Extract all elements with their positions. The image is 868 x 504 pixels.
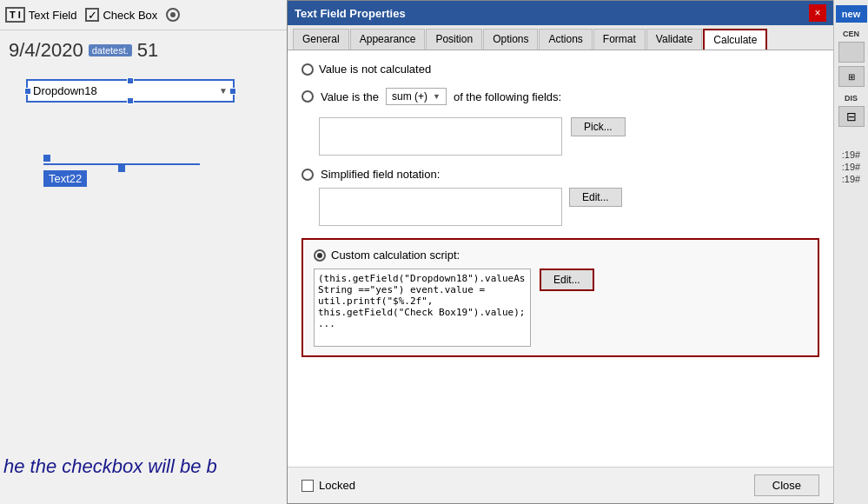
new-button[interactable]: new (836, 5, 867, 23)
date-field: 9/4/2020 datetest. 51 (9, 39, 278, 62)
dialog-tabs: General Appearance Position Options Acti… (288, 25, 833, 50)
dialog-footer: Locked Close (288, 467, 833, 503)
simplified-field-area (319, 188, 562, 226)
canvas-area: 9/4/2020 datetest. 51 Dropdown18 ▼ Tex (0, 30, 287, 194)
radio-value-is-label: Value is the (321, 90, 379, 103)
cen-btn2[interactable]: ⊞ (838, 66, 865, 87)
radio-simplified-label: Simplified field notation: (321, 168, 440, 181)
text-field-tool[interactable]: T I Text Field (5, 7, 76, 23)
tab-appearance[interactable]: Appearance (350, 29, 426, 50)
sum-dropdown-arrow-icon: ▼ (433, 92, 441, 101)
radio-custom[interactable] (314, 249, 326, 262)
locked-row: Locked (301, 479, 355, 492)
custom-calc-box: Custom calculation script: (this.getFiel… (301, 238, 819, 357)
edit-simplified-button[interactable]: Edit... (569, 188, 622, 207)
text-field-row: Text22 (26, 129, 200, 185)
sum-dropdown[interactable]: sum (+) ▼ (386, 88, 447, 105)
simplified-area-row: Edit... (319, 188, 819, 226)
sum-option: sum (+) (392, 90, 427, 103)
dis-label: DIS (845, 94, 858, 103)
dropdown-label: Dropdown18 (33, 84, 97, 97)
dropdown-arrow-icon: ▼ (219, 86, 228, 96)
text-field-label: Text Field (29, 9, 77, 22)
bottom-text: he the checkbox will be b (0, 455, 217, 478)
simplified-row: Simplified field notation: (301, 168, 819, 181)
handle-bottom (127, 97, 134, 104)
left-panel: T I Text Field ✓ Check Box 9/4/2020 date… (0, 0, 287, 504)
dialog-title: Text Field Properties (295, 7, 406, 20)
radio-not-calculated[interactable] (301, 63, 314, 76)
right-num-2: :19# (842, 162, 860, 172)
radio-custom-label: Custom calculation script: (331, 249, 460, 262)
custom-calc-content: (this.getField("Dropdown18").valueAsStri… (314, 269, 807, 347)
radio-icon (166, 8, 180, 22)
custom-code-textarea[interactable]: (this.getField("Dropdown18").valueAsStri… (314, 269, 531, 347)
right-panel: new CEN ⊞ DIS ⊟ :19# :19# :19# (833, 0, 868, 504)
dialog-body: Value is not calculated Value is the sum… (288, 50, 833, 467)
dialog-close-button[interactable]: × (809, 4, 826, 22)
field-handle-center (118, 165, 125, 172)
pick-button[interactable]: Pick... (571, 117, 626, 136)
tab-validate[interactable]: Validate (646, 29, 702, 50)
tab-options[interactable]: Options (483, 29, 538, 50)
datetest-badge: datetest. (89, 44, 132, 56)
text22-label: Text22 (43, 170, 87, 187)
tab-format[interactable]: Format (593, 29, 646, 50)
handle-right (229, 88, 236, 95)
tab-calculate[interactable]: Calculate (703, 29, 767, 50)
value-is-row: Value is the sum (+) ▼ of the following … (301, 88, 819, 105)
dropdown-field[interactable]: Dropdown18 ▼ (26, 79, 235, 103)
following-fields-label: of the following fields: (454, 90, 561, 103)
check-box-label: Check Box (103, 9, 157, 22)
handle-top (127, 77, 134, 84)
dis-btn[interactable]: ⊟ (838, 106, 865, 127)
toolbar: T I Text Field ✓ Check Box (0, 0, 287, 30)
field-handle-top (43, 155, 50, 162)
radio-value-is[interactable] (301, 90, 314, 103)
check-box-icon: ✓ (85, 8, 99, 22)
cen-label: CEN (843, 30, 859, 38)
radio-simplified[interactable] (301, 169, 314, 181)
handle-left (24, 88, 31, 95)
field-picker-area (319, 117, 562, 156)
dialog-titlebar: Text Field Properties × (288, 1, 833, 25)
radio-tool[interactable] (166, 8, 180, 22)
tab-general[interactable]: General (293, 29, 349, 50)
right-num-1: :19# (842, 149, 860, 160)
date-value: 9/4/2020 (9, 39, 83, 62)
custom-calc-header: Custom calculation script: (314, 249, 807, 262)
right-num-3: :19# (842, 174, 860, 184)
radio-not-calculated-row: Value is not calculated (301, 63, 819, 76)
locked-label: Locked (319, 479, 355, 492)
right-numbers: :19# :19# :19# (842, 148, 860, 186)
dialog: Text Field Properties × General Appearan… (287, 0, 834, 504)
close-button[interactable]: Close (754, 474, 819, 496)
locked-checkbox[interactable] (301, 480, 314, 492)
edit-custom-button[interactable]: Edit... (540, 269, 594, 291)
tab-position[interactable]: Position (426, 29, 482, 50)
cen-btn[interactable] (838, 42, 865, 63)
dropdown-container: Dropdown18 ▼ (26, 79, 235, 103)
time-value: 51 (137, 39, 158, 62)
radio-not-calculated-label: Value is not calculated (319, 63, 431, 76)
tab-actions[interactable]: Actions (539, 29, 592, 50)
check-box-tool[interactable]: ✓ Check Box (85, 8, 157, 22)
text-field-icon: T I (5, 7, 25, 23)
